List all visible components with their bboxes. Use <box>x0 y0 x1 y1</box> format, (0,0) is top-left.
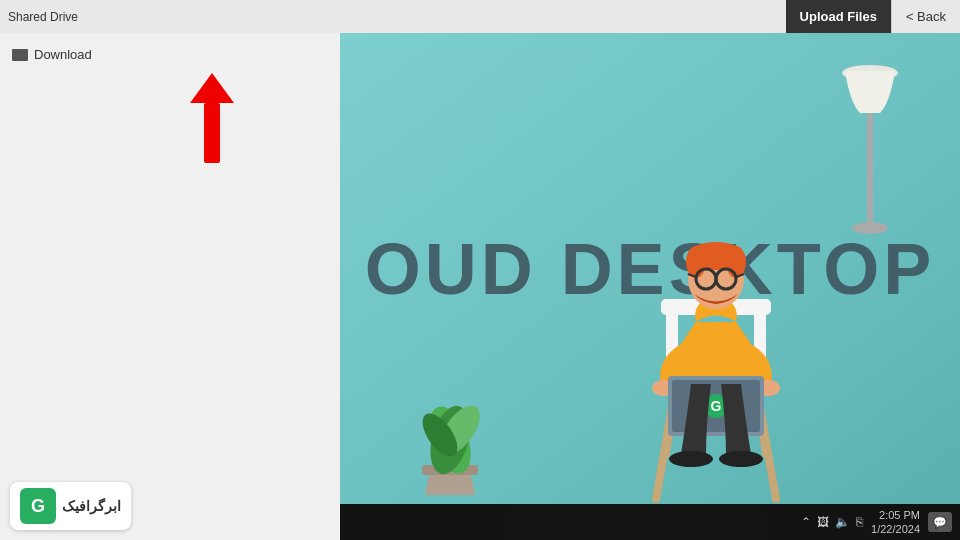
svg-point-2 <box>852 222 888 234</box>
speaker-icon: 🔈 <box>835 515 850 529</box>
sidebar: Download G ابرگرافیک <box>0 33 340 540</box>
sidebar-items: Download <box>0 33 340 76</box>
svg-point-19 <box>726 246 746 278</box>
clock-date: 1/22/2024 <box>871 522 920 536</box>
red-arrow-indicator <box>190 73 234 163</box>
desktop-preview: OUD DESKTOP <box>340 33 960 504</box>
right-content: OUD DESKTOP <box>340 33 960 540</box>
sidebar-item-label: Download <box>34 47 92 62</box>
svg-point-31 <box>669 451 713 467</box>
sidebar-item-download[interactable]: Download <box>0 41 340 68</box>
svg-point-18 <box>686 246 706 278</box>
top-bar-right: Upload Files < Back <box>786 0 960 33</box>
svg-point-32 <box>719 451 763 467</box>
main-content: Download G ابرگرافیک OUD DESKTOP <box>0 33 960 540</box>
watermark-logo-icon: G <box>20 488 56 524</box>
top-bar: Shared Drive Upload Files < Back <box>0 0 960 33</box>
taskbar: ⌃ 🖼 🔈 ⎘ 2:05 PM 1/22/2024 💬 <box>340 504 960 540</box>
svg-rect-1 <box>867 113 873 223</box>
arrow-head <box>190 73 234 103</box>
taskbar-system-icons: ⌃ 🖼 🔈 ⎘ <box>801 515 863 529</box>
plant-decoration <box>400 340 500 504</box>
svg-text:G: G <box>711 398 722 414</box>
top-bar-left: Shared Drive <box>0 10 78 24</box>
back-button[interactable]: < Back <box>891 0 960 33</box>
shared-drive-label: Shared Drive <box>8 10 78 24</box>
folder-icon <box>12 49 28 61</box>
lamp-decoration <box>840 43 900 247</box>
monitor-icon: 🖼 <box>817 515 829 529</box>
taskbar-time: 2:05 PM 1/22/2024 <box>871 508 920 537</box>
upload-files-button[interactable]: Upload Files <box>786 0 891 33</box>
watermark-text: ابرگرافیک <box>62 498 121 514</box>
watermark: G ابرگرافیک <box>10 482 131 530</box>
network-icon: ⎘ <box>856 515 863 529</box>
taskbar-notification-badge[interactable]: 💬 <box>928 512 952 532</box>
chevron-up-icon: ⌃ <box>801 515 811 529</box>
clock-time: 2:05 PM <box>871 508 920 522</box>
arrow-shaft <box>204 103 220 163</box>
character-illustration: G <box>606 144 826 504</box>
